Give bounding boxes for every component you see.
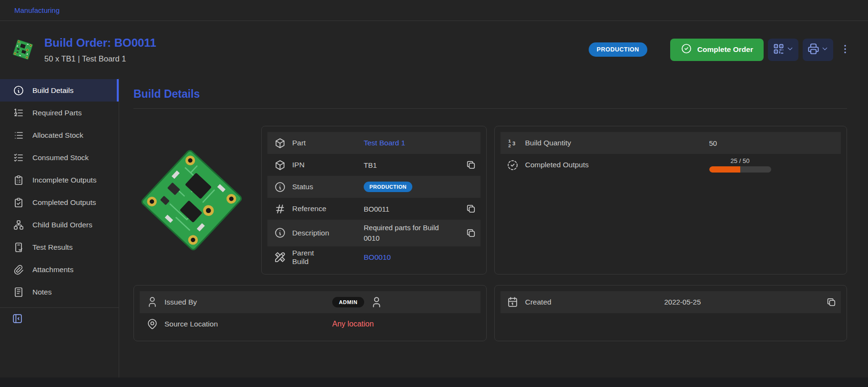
list-icon bbox=[13, 130, 24, 141]
value-link[interactable]: Test Board 1 bbox=[364, 139, 405, 147]
panel-heading: Build Details bbox=[133, 88, 847, 101]
part-image[interactable] bbox=[133, 142, 250, 258]
value-link[interactable]: BO0010 bbox=[364, 253, 391, 262]
copy-button[interactable] bbox=[822, 297, 841, 307]
row-value: Any location bbox=[332, 320, 461, 328]
sidebar-nav: Build DetailsRequired PartsAllocated Sto… bbox=[0, 78, 119, 377]
sitemap-icon bbox=[13, 219, 24, 231]
value-text: 2022-05-25 bbox=[664, 298, 701, 306]
sidebar-item-attachments[interactable]: Attachments bbox=[0, 258, 119, 281]
row-label: Created bbox=[525, 298, 664, 306]
svg-text:3: 3 bbox=[512, 140, 515, 146]
heading-divider bbox=[133, 108, 847, 109]
page-title: Build Order: BO0011 bbox=[44, 36, 156, 50]
barcode-actions-button[interactable] bbox=[768, 39, 798, 61]
copy-button[interactable] bbox=[461, 160, 480, 170]
print-actions-button[interactable] bbox=[803, 39, 833, 61]
detail-row-ipn: IPNTB1 bbox=[267, 154, 480, 176]
detail-row-completed-outputs: Completed Outputs25 / 50 bbox=[500, 154, 841, 176]
sidebar-item-label: Required Parts bbox=[32, 109, 82, 117]
row-aux bbox=[822, 297, 841, 307]
row-value: Test Board 1 bbox=[364, 139, 461, 147]
status-badge: PRODUCTION bbox=[364, 182, 412, 192]
detail-row-issued-by: Issued ByADMIN bbox=[140, 291, 480, 313]
printer-icon bbox=[807, 42, 820, 57]
numbers-123-icon: 123 bbox=[500, 137, 525, 149]
sidebar-item-consumed-stock[interactable]: Consumed Stock bbox=[0, 146, 119, 169]
sidebar-item-incomplete-outputs[interactable]: Incomplete Outputs bbox=[0, 169, 119, 191]
circle-check-icon bbox=[681, 43, 692, 56]
user-badge: ADMIN bbox=[332, 297, 364, 307]
paperclip-icon bbox=[13, 264, 24, 275]
sidebar-item-completed-outputs[interactable]: Completed Outputs bbox=[0, 191, 119, 214]
collapse-sidebar-button[interactable] bbox=[11, 313, 27, 326]
main-panel: Build Details PartTest Board 1IPNTB1Stat… bbox=[119, 78, 868, 377]
header-titles: Build Order: BO0011 50 x TB1 | Test Boar… bbox=[44, 36, 156, 63]
detail-row-description: DescriptionRequired parts for Build 0010 bbox=[267, 220, 480, 246]
sidebar-item-label: Test Results bbox=[32, 243, 72, 252]
sidebar-item-notes[interactable]: Notes bbox=[0, 281, 119, 303]
status-badge: PRODUCTION bbox=[589, 42, 647, 57]
copy-icon bbox=[466, 228, 476, 238]
created-card: Created2022-05-25 bbox=[494, 285, 848, 341]
copy-icon bbox=[466, 204, 476, 214]
row-label: Part bbox=[292, 139, 364, 147]
row-label: Description bbox=[292, 229, 364, 237]
value-text: TB1 bbox=[364, 161, 377, 169]
sidebar-item-required-parts[interactable]: Required Parts bbox=[0, 102, 119, 124]
row-aux bbox=[461, 160, 480, 170]
row-label: Reference bbox=[292, 204, 364, 213]
row-label: Build Quantity bbox=[525, 139, 709, 147]
copy-button[interactable] bbox=[461, 228, 480, 238]
build-quantity-card: 123Build Quantity50Completed Outputs25 /… bbox=[494, 126, 848, 275]
row-value: PRODUCTION bbox=[364, 182, 461, 192]
qrcode-icon bbox=[772, 42, 785, 57]
sidebar-item-label: Build Details bbox=[32, 86, 73, 95]
issued-by-card: Issued ByADMINSource LocationAny locatio… bbox=[133, 285, 487, 341]
value-text: 50 bbox=[709, 139, 717, 147]
tools-icon bbox=[267, 251, 292, 263]
details-grid: PartTest Board 1IPNTB1StatusPRODUCTIONRe… bbox=[133, 126, 847, 341]
list-check-icon bbox=[13, 152, 24, 163]
sidebar-divider bbox=[0, 307, 119, 308]
page-header: Build Order: BO0011 50 x TB1 | Test Boar… bbox=[0, 21, 868, 78]
more-actions-button[interactable] bbox=[839, 43, 851, 56]
sidebar-item-label: Incomplete Outputs bbox=[32, 176, 96, 184]
sidebar-item-allocated-stock[interactable]: Allocated Stock bbox=[0, 124, 119, 146]
detail-row-part: PartTest Board 1 bbox=[267, 132, 480, 154]
map-pin-icon bbox=[140, 318, 164, 330]
row-value: 2022-05-25 bbox=[664, 298, 822, 306]
complete-order-button[interactable]: Complete Order bbox=[670, 39, 764, 61]
dots-vertical-icon bbox=[839, 43, 851, 56]
copy-button[interactable] bbox=[461, 204, 480, 214]
breadcrumb-link-manufacturing[interactable]: Manufacturing bbox=[14, 6, 60, 14]
header-actions: PRODUCTION Complete Order bbox=[589, 39, 851, 61]
sidebar-item-label: Notes bbox=[32, 288, 52, 296]
progress-fill bbox=[709, 166, 740, 173]
box-icon bbox=[267, 159, 292, 171]
row-value: TB1 bbox=[364, 161, 461, 169]
hash-icon bbox=[267, 203, 292, 215]
row-label: IPN bbox=[292, 161, 364, 169]
progress-check-icon bbox=[500, 159, 525, 171]
sidebar-item-label: Allocated Stock bbox=[32, 131, 83, 140]
sidebar-item-build-details[interactable]: Build Details bbox=[0, 79, 119, 102]
row-value: BO0010 bbox=[364, 253, 461, 262]
detail-row-parent-build: Parent BuildBO0010 bbox=[267, 246, 480, 268]
detail-row-reference: ReferenceBO0011 bbox=[267, 198, 480, 220]
progress-label: 25 / 50 bbox=[731, 157, 750, 164]
breadcrumb: Manufacturing bbox=[0, 0, 868, 21]
detail-row-build-quantity: 123Build Quantity50 bbox=[500, 132, 841, 154]
sidebar-item-label: Attachments bbox=[32, 265, 73, 274]
progress-track bbox=[709, 166, 771, 173]
row-value: 50 bbox=[709, 139, 822, 147]
row-value: Required parts for Build 0010 bbox=[364, 220, 461, 246]
row-label: Completed Outputs bbox=[525, 161, 709, 169]
file-check-icon bbox=[13, 242, 24, 253]
content-area: Build DetailsRequired PartsAllocated Sto… bbox=[0, 78, 868, 377]
sidebar-item-test-results[interactable]: Test Results bbox=[0, 236, 119, 258]
chevron-down-icon bbox=[786, 45, 794, 54]
sidebar-item-child-build-orders[interactable]: Child Build Orders bbox=[0, 214, 119, 236]
row-aux bbox=[461, 228, 480, 238]
info-circle-icon bbox=[267, 181, 292, 193]
